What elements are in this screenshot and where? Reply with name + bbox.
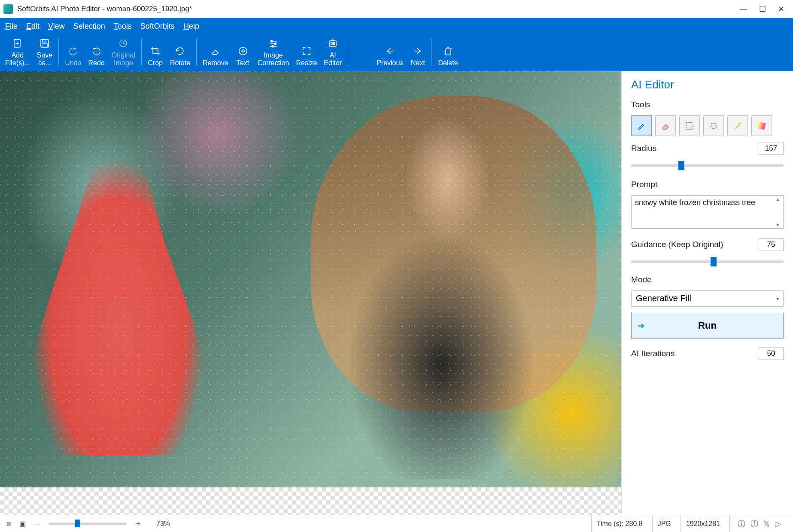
save-icon bbox=[39, 37, 50, 50]
menu-view[interactable]: View bbox=[48, 22, 65, 31]
zoom-in-icon[interactable]: ＋ bbox=[133, 519, 143, 528]
undo-label: Undo bbox=[65, 59, 81, 67]
history-icon bbox=[118, 37, 128, 50]
zoom-out-icon[interactable]: — bbox=[32, 520, 42, 528]
status-time: Time (s): 280.8 bbox=[591, 515, 648, 532]
image-correction-button[interactable]: Image Correction bbox=[255, 36, 292, 68]
resize-label: Resize bbox=[296, 59, 317, 67]
snow-overlay bbox=[0, 71, 621, 487]
resize-button[interactable]: Resize bbox=[293, 44, 319, 68]
eraser-icon bbox=[210, 45, 221, 57]
svg-point-12 bbox=[271, 40, 273, 42]
ai-icon bbox=[328, 37, 338, 50]
remove-button[interactable]: Remove bbox=[200, 44, 231, 68]
separator bbox=[348, 39, 348, 66]
close-icon[interactable]: ✕ bbox=[778, 4, 784, 14]
undo-button[interactable]: Undo bbox=[62, 44, 84, 68]
maximize-icon[interactable]: ☐ bbox=[759, 4, 766, 14]
twitter-icon[interactable]: 𝕏 bbox=[761, 519, 772, 529]
original-image-label: Original Image bbox=[112, 51, 135, 67]
undo-icon bbox=[68, 45, 78, 57]
fit-screen-icon[interactable]: ▣ bbox=[18, 520, 27, 528]
add-files-button[interactable]: Add File(s)... bbox=[3, 36, 33, 68]
previous-label: Previous bbox=[377, 59, 403, 67]
crop-label: Crop bbox=[148, 59, 163, 67]
delete-button[interactable]: Delete bbox=[435, 44, 460, 68]
run-label: Run bbox=[632, 320, 783, 331]
redo-icon bbox=[91, 45, 102, 57]
brush-tool[interactable] bbox=[631, 115, 652, 136]
radius-slider[interactable] bbox=[631, 164, 784, 167]
radius-label: Radius bbox=[631, 144, 656, 153]
menu-edit[interactable]: Edit bbox=[26, 22, 39, 31]
toolbar: Add File(s)... Save as... Undo Redo Orig… bbox=[0, 34, 793, 71]
previous-button[interactable]: Previous bbox=[374, 44, 406, 68]
save-as-button[interactable]: Save as... bbox=[34, 36, 55, 68]
menu-selection[interactable]: Selection bbox=[73, 22, 105, 31]
minimize-icon[interactable]: — bbox=[739, 4, 747, 14]
separator bbox=[141, 39, 142, 66]
window-controls: — ☐ ✕ bbox=[739, 4, 790, 14]
zoom-slider-thumb[interactable] bbox=[75, 520, 80, 527]
svg-rect-25 bbox=[757, 121, 766, 130]
radius-slider-thumb[interactable] bbox=[678, 161, 684, 170]
original-image-button[interactable]: Original Image bbox=[109, 36, 138, 68]
zoom-actual-icon[interactable]: ⊕ bbox=[4, 520, 13, 528]
status-dimensions: 1920x1281 bbox=[681, 515, 725, 532]
ai-editor-label: AI Editor bbox=[324, 51, 342, 67]
status-format: JPG bbox=[652, 515, 676, 532]
trash-icon bbox=[443, 45, 453, 57]
next-button[interactable]: Next bbox=[407, 44, 428, 68]
zoom-slider[interactable] bbox=[49, 523, 126, 525]
ai-editor-button[interactable]: AI Editor bbox=[321, 36, 344, 68]
menu-help[interactable]: Help bbox=[183, 22, 199, 31]
svg-rect-16 bbox=[331, 42, 332, 45]
gradient-tool[interactable] bbox=[751, 115, 772, 136]
eraser-tool[interactable] bbox=[655, 115, 676, 136]
guidance-slider-thumb[interactable] bbox=[711, 257, 717, 266]
svg-point-13 bbox=[274, 43, 276, 45]
arrow-right-icon bbox=[413, 45, 423, 57]
crop-button[interactable]: Crop bbox=[145, 44, 166, 68]
youtube-icon[interactable]: ▷ bbox=[772, 519, 784, 529]
run-button[interactable]: ➔ Run bbox=[631, 313, 784, 339]
image-canvas[interactable] bbox=[0, 71, 621, 487]
rotate-label: Rotate bbox=[170, 59, 190, 67]
menu-softorbits[interactable]: SoftOrbits bbox=[140, 22, 175, 31]
canvas-empty-area bbox=[0, 487, 621, 515]
statusbar: ⊕ ▣ — ＋ 73% Time (s): 280.8 JPG 1920x128… bbox=[0, 515, 793, 532]
prompt-scroll[interactable]: ▲▼ bbox=[775, 196, 782, 227]
prompt-input[interactable]: snowy white frozen christmass tree ▲▼ bbox=[631, 195, 784, 229]
prompt-text: snowy white frozen christmass tree bbox=[635, 198, 755, 207]
rectangle-select-tool[interactable] bbox=[679, 115, 700, 136]
add-files-label: Add File(s)... bbox=[5, 51, 30, 67]
text-button[interactable]: © Text bbox=[233, 44, 253, 68]
mode-value: Generative Fill bbox=[636, 293, 691, 303]
separator bbox=[58, 39, 59, 66]
svg-rect-4 bbox=[43, 39, 46, 42]
redo-label: Redo bbox=[88, 59, 105, 67]
svg-point-14 bbox=[272, 45, 273, 47]
iterations-label: AI Iterations bbox=[631, 349, 675, 358]
mode-label: Mode bbox=[631, 275, 784, 284]
svg-rect-15 bbox=[329, 41, 336, 46]
mode-select[interactable]: Generative Fill ▾ bbox=[631, 290, 784, 307]
panel-title: AI Editor bbox=[631, 78, 784, 91]
iterations-value[interactable]: 50 bbox=[759, 347, 784, 360]
guidance-slider[interactable] bbox=[631, 260, 784, 263]
magic-wand-tool[interactable] bbox=[727, 115, 748, 136]
info-icon[interactable]: ⓘ bbox=[735, 519, 748, 529]
menu-tools[interactable]: Tools bbox=[114, 22, 132, 31]
rotate-button[interactable]: Rotate bbox=[167, 44, 193, 68]
resize-icon bbox=[301, 45, 312, 57]
menubar: File Edit View Selection Tools SoftOrbit… bbox=[0, 18, 793, 34]
guidance-value[interactable]: 75 bbox=[759, 238, 784, 251]
radius-value[interactable]: 157 bbox=[759, 142, 784, 155]
canvas-area bbox=[0, 71, 621, 515]
facebook-icon[interactable]: ⓕ bbox=[748, 519, 761, 529]
lasso-tool[interactable] bbox=[703, 115, 724, 136]
svg-rect-5 bbox=[42, 44, 47, 47]
menu-file[interactable]: File bbox=[5, 22, 18, 31]
redo-button[interactable]: Redo bbox=[86, 44, 107, 68]
remove-label: Remove bbox=[203, 59, 228, 67]
